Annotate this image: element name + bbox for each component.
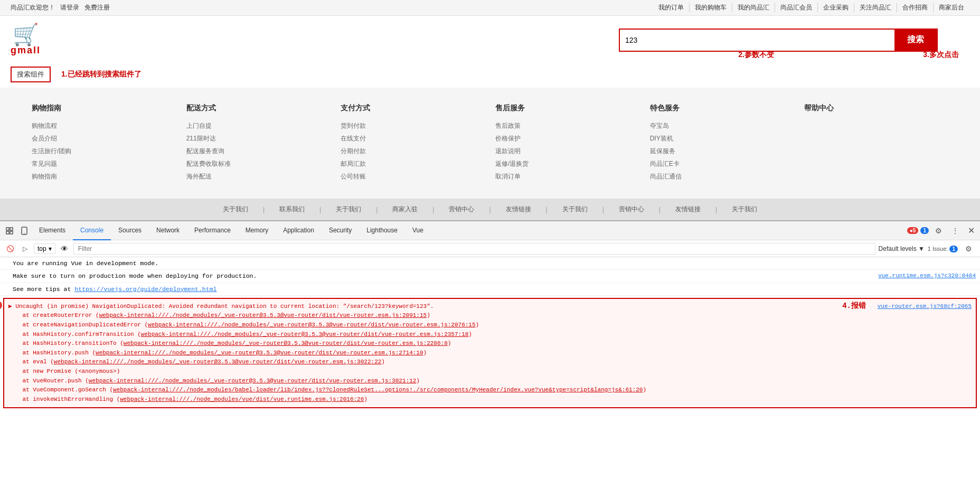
error-count-badge: ●5 [907,227,919,234]
tab-performance[interactable]: Performance [187,221,238,240]
footer-item[interactable]: 邮局汇款 [341,157,485,170]
footer-col-3-title: 支付方式 [341,104,485,113]
footer-item[interactable]: 配送费收取标准 [186,157,331,170]
footer-item[interactable]: 在线支付 [341,132,485,145]
footer-item[interactable]: 公司转账 [341,170,485,183]
tab-vue[interactable]: Vue [405,221,431,240]
tab-console[interactable]: Console [73,221,111,240]
nav-partner[interactable]: 合作招商 [897,3,934,12]
footer-item[interactable]: 夺宝岛 [650,119,794,132]
nav-enterprise[interactable]: 企业采购 [818,3,854,12]
footer-item[interactable]: 延保服务 [650,145,794,157]
footer-item[interactable]: DIY装机 [650,132,794,145]
footer-item[interactable]: 尚品汇通信 [650,170,794,183]
bottom-link[interactable]: 营销中心 [611,205,652,214]
svg-rect-0 [6,228,9,230]
inspect-icon[interactable] [2,223,17,238]
footer-item[interactable]: 分期付款 [341,145,485,157]
footer-item[interactable]: 购物指南 [32,170,176,183]
tab-elements[interactable]: Elements [32,221,73,240]
error-block-container: 5 4.报错 vue-router.esm.js?68cf:2065 ▶ Unc… [0,298,980,409]
bottom-link[interactable]: 关于我们 [555,205,595,214]
footer-item[interactable]: 海外配送 [186,170,331,183]
tab-memory[interactable]: Memory [238,221,276,240]
bottom-link[interactable]: 营销中心 [441,205,482,214]
separator: | [482,206,498,213]
console-content: You are running Vue in development mode.… [0,257,980,410]
tab-network[interactable]: Network [149,221,187,240]
pause-icon[interactable]: ▷ [19,243,31,255]
bottom-link[interactable]: 联系我们 [272,205,312,214]
nav-cart[interactable]: 我的购物车 [690,3,732,12]
search-button[interactable]: 搜索 [894,30,937,51]
settings-icon[interactable]: ⚙ [931,223,946,238]
footer-item[interactable]: 会员介绍 [32,132,176,145]
footer-item[interactable]: 上门自提 [186,119,331,132]
eye-icon[interactable]: 👁 [59,243,70,255]
router-link-2076[interactable]: webpack-internal:///./node_modules/_vue-… [148,322,476,328]
footer-item[interactable]: 购物流程 [32,119,176,132]
nav-follow[interactable]: 关注尚品汇 [854,3,897,12]
context-selector[interactable]: top ▾ [34,243,55,254]
error-stack-line-8: at VueRouter.push (webpack-internal:///.… [8,377,972,386]
more-icon[interactable]: ⋮ [948,223,963,238]
footer-item[interactable]: 售后政策 [495,119,639,132]
router-link-2286[interactable]: webpack-internal:///./node_modules/_vue-… [124,340,448,346]
footer-item[interactable]: 取消订单 [495,170,639,183]
footer-item[interactable]: 价格保护 [495,132,639,145]
vue-router-link-1[interactable]: vue-router.esm.js?68cf:2065 [878,302,972,312]
register-link[interactable]: 免费注册 [84,3,110,12]
bottom-link[interactable]: 关于我们 [724,205,765,214]
router-link-3021[interactable]: webpack-internal:///./node_modules/_vue-… [89,378,417,384]
console-settings-icon[interactable]: ⚙ [961,241,976,256]
vue-runtime-link-2016[interactable]: webpack-internal:///./node_modules/vue/d… [120,396,364,402]
nav-merchant[interactable]: 商家后台 [934,3,969,12]
footer-col-4: 售后服务 售后政策 价格保护 退款说明 返修/退换货 取消订单 [495,104,639,183]
bottom-link[interactable]: 关于我们 [215,205,256,214]
footer-col-6-title: 帮助中心 [804,104,948,113]
default-levels-dropdown[interactable]: Default levels ▼ [879,245,925,252]
router-link-2091[interactable]: webpack-internal:///./node_modules/_vue-… [99,312,427,318]
bottom-link[interactable]: 友情链接 [668,205,708,214]
deployment-link[interactable]: https://vuejs.org/guide/deployment.html [74,286,216,293]
footer-item[interactable]: 返修/退换货 [495,157,639,170]
mobile-icon[interactable] [17,223,32,238]
login-link[interactable]: 请登录 [60,3,79,12]
bottom-link[interactable]: 关于我们 [328,205,369,214]
bottom-link[interactable]: 商家入驻 [385,205,425,214]
search-component-label: 搜索组件 [11,67,51,82]
footer-item[interactable]: 生活旅行/团购 [32,145,176,157]
babel-loader-link[interactable]: webpack-internal:///./node_modules/babel… [113,387,643,393]
footer-item[interactable]: 尚品汇E卡 [650,157,794,170]
annotation-3: 3.多次点击 [923,50,959,60]
logo-area[interactable]: 🛒 gmall [11,24,41,56]
close-devtools-button[interactable]: ✕ [965,226,978,236]
footer-item[interactable]: 配送服务查询 [186,145,331,157]
footer-item[interactable]: 211限时达 [186,132,331,145]
nav-my[interactable]: 我的尚品汇 [732,3,775,12]
search-input[interactable] [620,30,894,51]
tab-lighthouse[interactable]: Lighthouse [359,221,405,240]
tab-application[interactable]: Application [276,221,322,240]
welcome-text: 尚品汇欢迎您！ [11,3,55,12]
console-error-block: 5 4.报错 vue-router.esm.js?68cf:2065 ▶ Unc… [3,298,977,409]
nav-order[interactable]: 我的订单 [653,3,690,12]
bottom-link[interactable]: 友情链接 [498,205,539,214]
error-stack-line-7: at new Promise (<anonymous>) [8,367,972,377]
nav-member[interactable]: 尚品汇会员 [775,3,818,12]
vue-runtime-link-1[interactable]: vue.runtime.esm.js?c320:8484 [878,271,976,280]
footer-item[interactable]: 常见问题 [32,157,176,170]
warning-count-badge: 1 [920,227,929,234]
router-link-3022[interactable]: webpack-internal:///./node_modules/_vue-… [54,359,382,365]
console-filter-input[interactable] [73,243,875,255]
tab-sources[interactable]: Sources [111,221,149,240]
router-link-2357[interactable]: webpack-internal:///./node_modules/_vue-… [141,331,469,337]
router-link-2714[interactable]: webpack-internal:///./node_modules/_vue-… [96,350,423,356]
annotation-4: 4.报错 [842,300,866,312]
footer-item[interactable]: 货到付款 [341,119,485,132]
clear-console-button[interactable]: 🚫 [4,243,16,255]
footer-item[interactable]: 退款说明 [495,145,639,157]
tab-security[interactable]: Security [322,221,359,240]
issue-count: 1 [949,246,958,252]
footer-col-6: 帮助中心 [804,104,948,183]
